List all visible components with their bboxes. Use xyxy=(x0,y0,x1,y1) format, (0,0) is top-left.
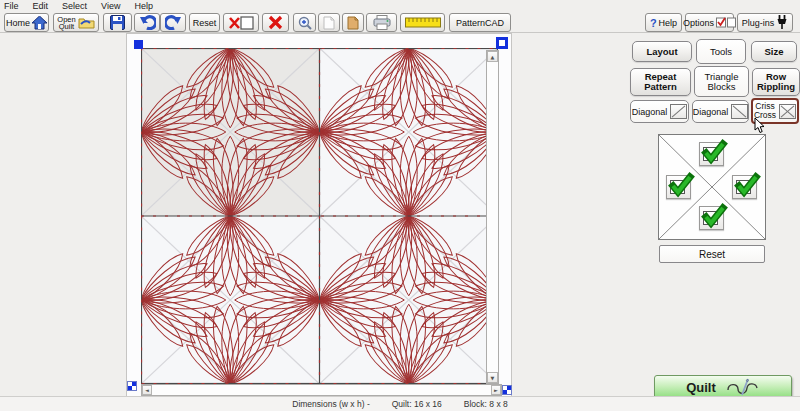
red-x-box-icon xyxy=(228,16,254,30)
home-label: Home xyxy=(6,18,30,28)
mouse-cursor xyxy=(754,118,766,134)
save-button[interactable] xyxy=(103,13,132,32)
selection-handle-top-right[interactable] xyxy=(496,37,508,49)
app-window: { "menu": { "items": ["File", "Edit", "S… xyxy=(0,0,800,411)
help-label: Help xyxy=(659,18,678,28)
check-icon xyxy=(669,171,695,197)
undo-button[interactable] xyxy=(134,13,160,32)
plugins-label: Plug-ins xyxy=(742,18,775,28)
new-pattern-button[interactable] xyxy=(318,13,340,32)
ruler-icon xyxy=(405,17,441,28)
open-folder-icon xyxy=(78,16,95,29)
open-quilt-button[interactable]: OpenQuilt xyxy=(53,13,99,32)
needle-thread-icon xyxy=(726,378,760,396)
clear-block-button[interactable] xyxy=(223,13,259,32)
toolbar-reset-button[interactable]: Reset xyxy=(189,13,220,32)
triangle-checkbox-bottom[interactable] xyxy=(699,206,724,230)
quilt-pattern-svg xyxy=(141,48,498,384)
tab-tools[interactable]: Tools xyxy=(696,39,746,64)
block-size-value: Block: 8 x 8 xyxy=(464,399,508,409)
help-button[interactable]: ? Help xyxy=(645,13,682,32)
print-button[interactable] xyxy=(366,13,397,32)
ruler-button[interactable] xyxy=(400,13,445,32)
diagonal-back-label: Diagonal xyxy=(693,107,729,117)
quilt-size-value: Quilt: 16 x 16 xyxy=(392,399,442,409)
row-rippling-label: RowRippling xyxy=(757,72,795,92)
panel-reset-button[interactable]: Reset xyxy=(659,245,765,263)
repeat-pattern-label: RepeatPattern xyxy=(644,72,677,92)
check-icon xyxy=(702,202,728,228)
plug-icon xyxy=(776,15,788,30)
diagonal-back-icon xyxy=(731,104,748,119)
triangle-checkbox-left[interactable] xyxy=(666,175,691,199)
diagonal-back-button[interactable]: Diagonal xyxy=(692,100,749,123)
diagonal-forward-button[interactable]: Diagonal xyxy=(630,100,689,123)
menu-help[interactable]: Help xyxy=(134,1,153,11)
menu-edit[interactable]: Edit xyxy=(33,1,49,11)
tab-layout[interactable]: Layout xyxy=(632,41,692,62)
patterncad-label: PatternCAD xyxy=(456,18,504,28)
scroll-left-button[interactable]: ◄ xyxy=(142,385,152,395)
vertical-scrollbar[interactable]: ▲ ▼ xyxy=(486,50,499,384)
tab-size-label: Size xyxy=(764,46,783,57)
printer-icon xyxy=(372,15,392,30)
menu-view[interactable]: View xyxy=(101,1,120,11)
menu-select[interactable]: Select xyxy=(62,1,87,11)
toolbar: Home OpenQuilt Reset xyxy=(0,12,800,33)
diagonal-forward-label: Diagonal xyxy=(632,107,668,117)
patterncad-button[interactable]: PatternCAD xyxy=(449,13,511,32)
triangle-blocks-button[interactable]: TriangleBlocks xyxy=(694,66,749,97)
magnifier-icon xyxy=(298,16,312,30)
panel-reset-label: Reset xyxy=(699,249,725,260)
options-button[interactable]: Options xyxy=(685,13,734,32)
triangle-selector xyxy=(658,134,766,240)
check-icon xyxy=(735,171,761,197)
blank-page-icon xyxy=(323,16,335,30)
triangle-checkbox-top[interactable] xyxy=(699,142,724,166)
scroll-up-button[interactable]: ▲ xyxy=(487,51,498,62)
dimensions-label: Dimensions (w x h) - xyxy=(292,399,369,409)
triangle-blocks-label: TriangleBlocks xyxy=(705,72,739,92)
selection-handle-bottom-left[interactable] xyxy=(127,381,137,391)
toolbar-reset-label: Reset xyxy=(193,18,217,28)
delete-button[interactable] xyxy=(262,13,289,32)
paste-page-icon xyxy=(347,16,359,30)
options-label: Options xyxy=(683,18,714,28)
scroll-right-button[interactable]: ► xyxy=(491,385,501,395)
open-quilt-label: OpenQuilt xyxy=(57,16,75,30)
quilt-button-label: Quilt xyxy=(686,380,716,395)
criss-cross-icon xyxy=(779,104,796,119)
menubar: File Edit Select View Help xyxy=(0,0,800,12)
quilt-canvas[interactable]: ▲ ▼ ◄ ► xyxy=(126,33,512,396)
paste-button[interactable] xyxy=(342,13,364,32)
check-icon xyxy=(702,138,728,164)
diagonal-forward-icon xyxy=(670,104,687,119)
red-x-icon xyxy=(268,15,283,30)
redo-button[interactable] xyxy=(160,13,186,32)
redo-icon xyxy=(165,15,182,30)
quilt-pattern xyxy=(141,48,498,384)
options-checkboxes-icon xyxy=(716,17,736,28)
undo-icon xyxy=(139,15,156,30)
zoom-button[interactable] xyxy=(293,13,316,32)
selection-handle-bottom-right[interactable] xyxy=(502,385,512,395)
home-icon xyxy=(32,16,47,30)
horizontal-scrollbar[interactable]: ◄ ► xyxy=(141,384,502,396)
row-rippling-button[interactable]: RowRippling xyxy=(752,68,800,96)
tab-layout-label: Layout xyxy=(646,46,677,57)
selection-handle-top-left[interactable] xyxy=(134,40,143,49)
plugins-button[interactable]: Plug-ins xyxy=(737,13,793,32)
triangle-checkbox-right[interactable] xyxy=(732,175,757,199)
repeat-pattern-button[interactable]: RepeatPattern xyxy=(630,68,691,96)
tab-tools-label: Tools xyxy=(710,46,732,57)
save-icon xyxy=(110,15,125,30)
scroll-down-button[interactable]: ▼ xyxy=(487,372,498,383)
statusbar: Dimensions (w x h) - Quilt: 16 x 16 Bloc… xyxy=(0,396,800,411)
question-icon: ? xyxy=(650,17,657,29)
home-button[interactable]: Home xyxy=(4,13,49,32)
menu-file[interactable]: File xyxy=(4,1,19,11)
tab-size[interactable]: Size xyxy=(751,41,797,62)
